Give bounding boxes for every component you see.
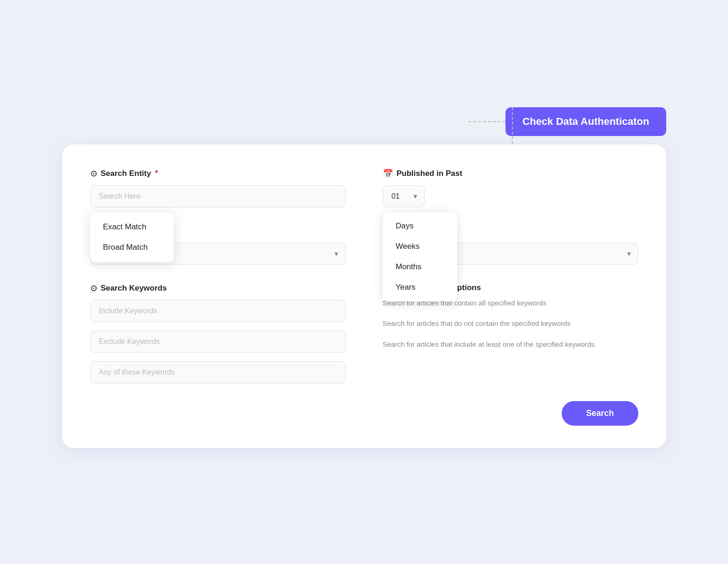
keywords-inputs <box>90 300 346 383</box>
keywords-label: ⊙ Search Keywords <box>90 283 346 293</box>
any-keywords-input[interactable] <box>90 361 346 383</box>
published-section: 📅 Published in Past 01 02 03 ▾ Days <box>383 169 638 207</box>
search-entity-input[interactable] <box>90 185 346 207</box>
search-button[interactable]: Search <box>562 401 638 426</box>
number-select-wrapper: 01 02 03 ▾ Days Weeks Months Years <box>383 185 425 207</box>
auth-button[interactable]: Check Data Authenticaton <box>505 107 666 136</box>
search-entity-section: ⊙ Search Entity * Exact Match Broad Matc… <box>90 169 346 207</box>
option-any: Search for articles that include at leas… <box>383 339 638 350</box>
exact-match-option[interactable]: Exact Match <box>90 217 174 237</box>
main-card: ⊙ Search Entity * Exact Match Broad Matc… <box>62 144 666 448</box>
years-option[interactable]: Years <box>383 277 457 298</box>
search-button-row: Search <box>90 401 638 426</box>
form-grid: ⊙ Search Entity * Exact Match Broad Matc… <box>90 169 638 383</box>
match-type-dropdown: Exact Match Broad Match <box>90 212 174 262</box>
number-select[interactable]: 01 02 03 <box>383 185 425 207</box>
published-row: 01 02 03 ▾ Days Weeks Months Years <box>383 185 638 207</box>
broad-match-option[interactable]: Broad Match <box>90 237 174 258</box>
required-marker: * <box>155 169 158 178</box>
keywords-options-list: Search for articles that contain all spe… <box>383 294 638 350</box>
exclude-keywords-input[interactable] <box>90 331 346 353</box>
search-entity-input-wrapper: Exact Match Broad Match <box>90 185 346 207</box>
search-entity-icon: ⊙ <box>90 169 97 179</box>
include-keywords-input[interactable] <box>90 300 346 322</box>
months-option[interactable]: Months <box>383 257 457 277</box>
weeks-option[interactable]: Weeks <box>383 236 457 257</box>
search-entity-label: ⊙ Search Entity * <box>90 169 346 179</box>
option-exclude: Search for articles that do not contain … <box>383 318 638 329</box>
keywords-section: ⊙ Search Keywords <box>90 283 346 383</box>
keywords-icon: ⊙ <box>90 283 97 293</box>
published-label: 📅 Published in Past <box>383 169 638 179</box>
calendar-icon: 📅 <box>383 169 393 179</box>
option-exclude-desc: Search for articles that do not contain … <box>383 318 638 329</box>
period-dropdown: Days Weeks Months Years <box>383 212 457 301</box>
option-any-desc: Search for articles that include at leas… <box>383 339 638 350</box>
days-option[interactable]: Days <box>383 216 457 236</box>
